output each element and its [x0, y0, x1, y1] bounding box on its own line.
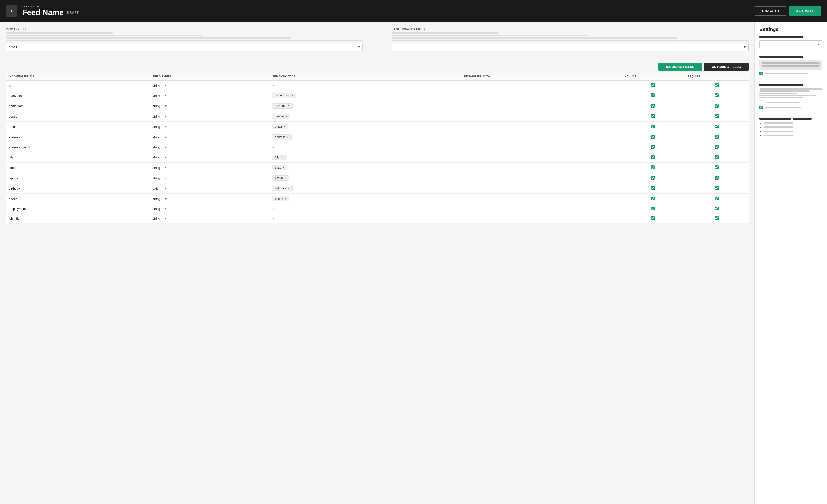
require-cell	[685, 162, 748, 173]
require-checkbox[interactable]	[715, 114, 719, 118]
semantic-tag-text: birthdate	[275, 187, 286, 190]
sidebar-checkbox-1[interactable]	[760, 72, 763, 75]
require-checkbox[interactable]	[715, 165, 719, 169]
require-checkbox[interactable]	[715, 83, 719, 87]
collapse-item-2[interactable]: ►	[760, 126, 822, 129]
chevron-down-icon[interactable]: ▼	[288, 105, 290, 107]
include-checkbox[interactable]	[651, 176, 655, 180]
require-checkbox[interactable]	[715, 145, 719, 149]
include-checkbox[interactable]	[651, 83, 655, 87]
include-checkbox[interactable]	[651, 145, 655, 149]
include-checkbox[interactable]	[651, 216, 655, 220]
chevron-down-icon[interactable]: ▼	[284, 177, 286, 179]
require-cell	[685, 143, 748, 152]
include-checkbox[interactable]	[651, 104, 655, 108]
require-checkbox[interactable]	[715, 124, 719, 129]
include-cell	[621, 183, 685, 194]
field-type-select[interactable]: stringdatenumberboolean	[152, 207, 168, 211]
chevron-down-icon[interactable]: ▼	[283, 166, 285, 169]
tab-outgoing-fields[interactable]: OUTGOING FIELDS	[704, 63, 748, 70]
semantic-dropdown-icon[interactable]: ▼	[272, 146, 274, 149]
include-checkbox[interactable]	[651, 93, 655, 97]
chevron-down-icon[interactable]: ▼	[285, 198, 287, 200]
field-type-select[interactable]: stringdatenumberboolean	[152, 125, 168, 129]
chevron-down-icon[interactable]: ▼	[288, 187, 290, 190]
field-type-select[interactable]: stringdatenumberboolean	[152, 104, 168, 108]
collapse-item-3[interactable]: ►	[760, 130, 822, 133]
field-type-cell: stringdatenumberboolean	[150, 204, 269, 214]
sidebar-section-2	[760, 56, 822, 75]
include-checkbox[interactable]	[651, 155, 655, 159]
primary-key-select[interactable]: email id	[6, 43, 363, 51]
field-type-select[interactable]: stringdatenumberboolean	[152, 166, 168, 169]
sk	[764, 127, 793, 128]
primary-key-label: PRIMARY KEY	[6, 28, 363, 31]
include-cell	[621, 101, 685, 111]
sidebar-text-block	[760, 60, 822, 70]
sidebar-section-1	[760, 36, 822, 51]
last-updated-select[interactable]	[392, 43, 749, 51]
require-cell	[685, 111, 748, 122]
include-checkbox[interactable]	[651, 186, 655, 190]
field-type-select[interactable]: stringdatenumberboolean	[152, 176, 168, 180]
field-name-cell: employment	[6, 204, 150, 214]
field-type-select[interactable]: stringdatenumberboolean	[152, 145, 168, 149]
chevron-down-icon[interactable]: ▼	[281, 156, 283, 158]
sk	[764, 135, 793, 136]
semantic-tag: postal▼	[272, 175, 289, 181]
chevron-down-icon[interactable]: ▼	[286, 115, 288, 117]
semantic-tag-cell: ▼	[269, 81, 461, 91]
require-checkbox[interactable]	[715, 135, 719, 139]
require-cell	[685, 152, 748, 162]
include-checkbox[interactable]	[651, 114, 655, 118]
include-checkbox[interactable]	[651, 197, 655, 200]
semantic-dropdown-icon[interactable]: ▼	[272, 218, 274, 220]
section-divider-1	[760, 80, 822, 80]
semantic-dropdown-icon[interactable]: ▼	[272, 208, 274, 210]
require-checkbox[interactable]	[715, 197, 719, 200]
discard-button[interactable]: DISCARD	[755, 6, 786, 16]
include-checkbox[interactable]	[651, 207, 655, 210]
require-checkbox[interactable]	[715, 207, 719, 210]
collapse-item-1[interactable]: ►	[760, 122, 822, 124]
tab-incoming-fields[interactable]: INCOMING FIELDS	[659, 63, 702, 70]
include-checkbox[interactable]	[651, 124, 655, 129]
field-type-select[interactable]: stringdatenumberboolean	[152, 155, 168, 159]
table-row: job_titlestringdatenumberboolean▼	[6, 214, 748, 223]
include-checkbox[interactable]	[651, 135, 655, 139]
semantic-dropdown-icon[interactable]: ▼	[272, 85, 274, 87]
activate-button[interactable]: ACTIVATE	[789, 6, 821, 16]
require-checkbox[interactable]	[715, 104, 719, 108]
sidebar-section-1-select[interactable]	[760, 40, 822, 48]
field-type-select[interactable]: stringdatenumberboolean	[152, 115, 168, 118]
require-checkbox[interactable]	[715, 176, 719, 180]
field-type-select[interactable]: stringdatenumberboolean	[152, 94, 168, 97]
back-button[interactable]: ‹	[6, 5, 17, 17]
field-type-select[interactable]: stringdatenumberboolean	[152, 197, 168, 201]
require-checkbox[interactable]	[715, 216, 719, 220]
field-name-cell: gender	[6, 111, 150, 122]
chevron-down-icon[interactable]: ▼	[287, 136, 289, 138]
field-type-select[interactable]: stringdatenumberboolean	[152, 187, 168, 190]
include-checkbox[interactable]	[651, 165, 655, 169]
field-name-cell: name_last	[6, 101, 150, 111]
field-type-select[interactable]: stringdatenumberboolean	[152, 84, 168, 87]
require-checkbox[interactable]	[715, 93, 719, 97]
sk-block	[760, 88, 822, 98]
col-header-fieldtype: FIELD TYPES	[150, 72, 269, 81]
table-row: emailstringdatenumberbooleanemail▼	[6, 122, 748, 132]
chevron-down-icon[interactable]: ▼	[292, 94, 294, 97]
chevron-down-icon[interactable]: ▼	[283, 125, 286, 128]
section-4-header	[760, 118, 822, 120]
collapse-item-4[interactable]: ►	[760, 134, 822, 137]
field-type-select[interactable]: stringdatenumberboolean	[152, 217, 168, 220]
sidebar-checkbox-2[interactable]	[760, 106, 763, 109]
require-checkbox[interactable]	[715, 186, 719, 190]
header-subtitle: FEED EDITOR	[22, 5, 79, 8]
col-header-require: REQUIRE	[685, 72, 748, 81]
col-header-incoming: INCOMING FIELDS	[6, 72, 150, 81]
field-type-select[interactable]: stringdatenumberboolean	[152, 136, 168, 139]
require-checkbox[interactable]	[715, 155, 719, 159]
semantic-tag: phone▼	[272, 196, 289, 201]
sk	[764, 131, 793, 132]
